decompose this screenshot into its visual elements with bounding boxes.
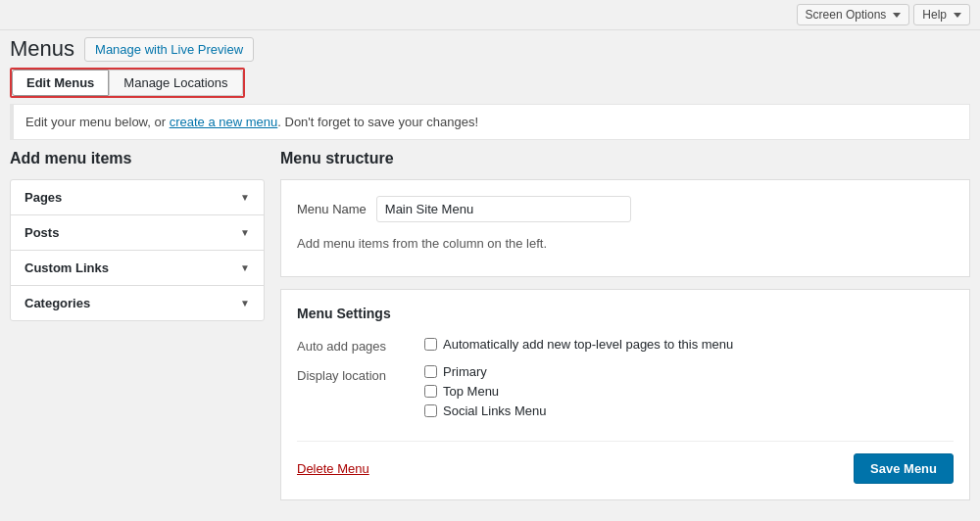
accordion-arrow-custom-links-icon: ▼ xyxy=(240,262,250,273)
tab-manage-locations[interactable]: Manage Locations xyxy=(109,70,242,96)
tab-edit-menus[interactable]: Edit Menus xyxy=(12,70,109,96)
auto-add-row: Auto add pages Automatically add new top… xyxy=(297,333,954,360)
menu-name-input[interactable] xyxy=(376,196,631,222)
display-location-cell: Primary Top Menu Social Links Menu xyxy=(424,360,954,427)
auto-add-checkbox-row: Automatically add new top-level pages to… xyxy=(424,337,946,352)
location-primary-row: Primary xyxy=(424,364,946,379)
menu-settings-box: Menu Settings Auto add pages Automatical… xyxy=(280,289,970,500)
footer-row: Delete Menu Save Menu xyxy=(297,441,954,484)
accordion-item-categories: Categories ▼ xyxy=(10,285,265,321)
top-bar: Screen Options Help xyxy=(0,0,980,30)
location-social-checkbox[interactable] xyxy=(424,404,437,417)
display-location-label: Display location xyxy=(297,360,424,427)
save-menu-button[interactable]: Save Menu xyxy=(854,453,954,484)
page-title: Menus xyxy=(10,36,74,62)
menu-name-row: Menu Name xyxy=(297,196,954,222)
notice-text-after: . Don't forget to save your changes! xyxy=(277,115,478,129)
auto-add-cell: Automatically add new top-level pages to… xyxy=(424,333,954,360)
menu-settings-title: Menu Settings xyxy=(297,306,954,321)
accordion-header-categories[interactable]: Categories ▼ xyxy=(11,286,264,320)
location-top-menu-checkbox[interactable] xyxy=(424,385,437,398)
location-top-menu-row: Top Menu xyxy=(424,384,946,399)
menu-structure-box: Menu Name Add menu items from the column… xyxy=(280,179,970,277)
auto-add-checkbox[interactable] xyxy=(424,338,437,351)
help-chevron-icon xyxy=(954,13,961,18)
screen-options-label: Screen Options xyxy=(806,8,887,22)
add-menu-items-title: Add menu items xyxy=(10,150,265,167)
top-bar-right: Screen Options Help xyxy=(797,4,970,25)
page-header: Menus Manage with Live Preview xyxy=(0,30,980,62)
accordion-header-custom-links[interactable]: Custom Links ▼ xyxy=(11,251,264,285)
tabs-container: Edit Menus Manage Locations xyxy=(10,68,245,98)
location-top-menu-label[interactable]: Top Menu xyxy=(443,384,499,399)
delete-menu-link[interactable]: Delete Menu xyxy=(297,461,369,476)
auto-add-checkbox-label[interactable]: Automatically add new top-level pages to… xyxy=(443,337,733,352)
notice-text-before: Edit your menu below, or xyxy=(25,115,170,129)
accordion-item-posts: Posts ▼ xyxy=(10,214,265,251)
accordion-item-pages: Pages ▼ xyxy=(10,179,265,215)
left-panel: Add menu items Pages ▼ Posts ▼ Custom Li… xyxy=(10,150,265,500)
location-primary-checkbox[interactable] xyxy=(424,365,437,378)
live-preview-button[interactable]: Manage with Live Preview xyxy=(84,37,254,62)
accordion-label-custom-links: Custom Links xyxy=(24,260,109,275)
location-primary-label[interactable]: Primary xyxy=(443,364,487,379)
help-label: Help xyxy=(922,8,947,22)
accordion-arrow-categories-icon: ▼ xyxy=(240,298,250,308)
screen-options-button[interactable]: Screen Options xyxy=(797,4,910,25)
display-location-row: Display location Primary Top Menu Soc xyxy=(297,360,954,427)
accordion-arrow-pages-icon: ▼ xyxy=(240,192,250,203)
help-button[interactable]: Help xyxy=(913,4,970,25)
menu-hint: Add menu items from the column on the le… xyxy=(297,236,954,251)
accordion-item-custom-links: Custom Links ▼ xyxy=(10,250,265,286)
accordion-header-pages[interactable]: Pages ▼ xyxy=(11,180,264,214)
notice-bar: Edit your menu below, or create a new me… xyxy=(10,104,970,140)
location-social-label[interactable]: Social Links Menu xyxy=(443,403,547,418)
accordion-label-categories: Categories xyxy=(24,296,90,310)
menu-name-label: Menu Name xyxy=(297,202,367,216)
header-left: Menus Manage with Live Preview xyxy=(10,36,254,62)
screen-options-chevron-icon xyxy=(893,13,901,18)
create-new-menu-link[interactable]: create a new menu xyxy=(170,115,278,129)
accordion-label-posts: Posts xyxy=(24,225,59,240)
accordion-arrow-posts-icon: ▼ xyxy=(240,227,250,238)
auto-add-label: Auto add pages xyxy=(297,333,424,360)
main-content: Add menu items Pages ▼ Posts ▼ Custom Li… xyxy=(0,150,980,510)
menu-structure-title: Menu structure xyxy=(280,150,970,167)
right-panel: Menu structure Menu Name Add menu items … xyxy=(280,150,970,500)
accordion-header-posts[interactable]: Posts ▼ xyxy=(11,215,264,250)
accordion-label-pages: Pages xyxy=(24,190,62,205)
location-social-row: Social Links Menu xyxy=(424,403,946,418)
settings-table: Auto add pages Automatically add new top… xyxy=(297,333,954,427)
tabs-wrapper: Edit Menus Manage Locations xyxy=(10,62,970,104)
